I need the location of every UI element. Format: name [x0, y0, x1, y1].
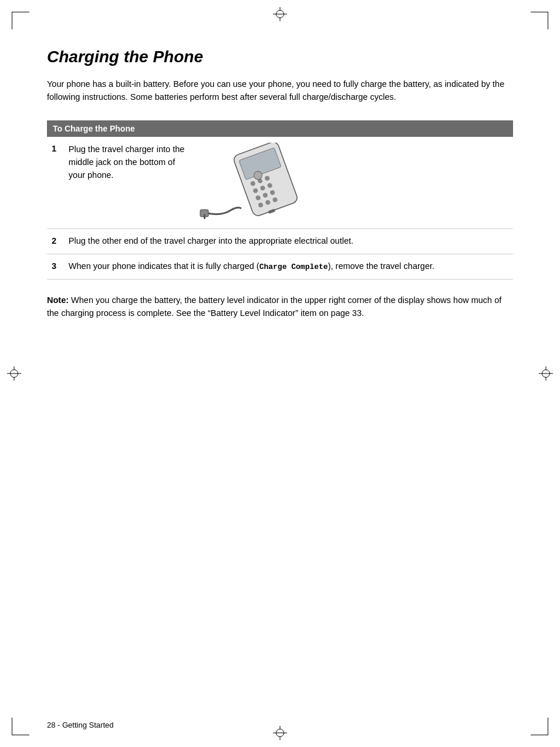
page-content: Charging the Phone Your phone has a buil…	[47, 47, 513, 712]
crosshair-bottom	[273, 726, 287, 740]
note-paragraph: Note: When you charge the battery, the b…	[47, 294, 513, 320]
step3-text-after: ), remove the travel charger.	[328, 261, 434, 271]
corner-mark-tr	[525, 12, 548, 35]
corner-mark-bl	[12, 712, 35, 735]
table-header-row: To Charge the Phone	[47, 120, 513, 137]
phone-illustration	[195, 143, 325, 223]
step-number-3: 3	[47, 254, 64, 280]
table-row-step2: 2 Plug the other end of the travel charg…	[47, 229, 513, 254]
corner-mark-tl	[12, 12, 35, 35]
note-label: Note:	[47, 295, 69, 305]
step-number-1: 1	[47, 137, 64, 229]
step-number-2: 2	[47, 229, 64, 254]
step-content-3: When your phone indicates that it is ful…	[64, 254, 513, 280]
corner-mark-br	[525, 712, 548, 735]
table-row-step3: 3 When your phone indicates that it is f…	[47, 254, 513, 280]
table-header-cell: To Charge the Phone	[47, 120, 513, 137]
step-text-1: Plug the travel charger into the middle …	[69, 143, 186, 182]
crosshair-right	[539, 366, 553, 381]
page-title: Charging the Phone	[47, 47, 513, 67]
charge-complete-text: Charge Complete	[259, 263, 328, 271]
instruction-table: To Charge the Phone 1 Plug the travel ch…	[47, 120, 513, 280]
svg-rect-17	[204, 214, 205, 219]
crosshair-left	[7, 366, 21, 381]
page-footer: 28 - Getting Started	[47, 721, 113, 729]
note-text: When you charge the battery, the battery…	[47, 295, 501, 318]
crosshair-top	[273, 7, 287, 21]
intro-paragraph: Your phone has a built-in battery. Befor…	[47, 78, 513, 104]
step3-text-before: When your phone indicates that it is ful…	[69, 261, 259, 271]
table-row-step1: 1 Plug the travel charger into the middl…	[47, 137, 513, 229]
step-content-1: Plug the travel charger into the middle …	[64, 137, 513, 229]
step-content-2: Plug the other end of the travel charger…	[64, 229, 513, 254]
